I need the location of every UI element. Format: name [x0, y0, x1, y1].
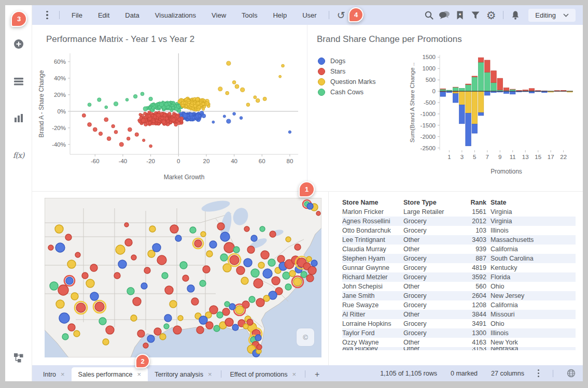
- legend-item-stars[interactable]: Stars: [318, 66, 376, 77]
- visualization-types-button[interactable]: [5, 109, 32, 127]
- svg-text:-1500: -1500: [421, 122, 436, 128]
- menu-data[interactable]: Data: [117, 11, 147, 19]
- annotation-badge-1[interactable]: 1: [299, 181, 315, 197]
- toolbar-kebab-menu[interactable]: [39, 8, 55, 22]
- toolbar-divider: [503, 11, 503, 19]
- globe-icon[interactable]: [567, 369, 576, 378]
- table-cell: Grocery: [403, 320, 461, 327]
- us-map[interactable]: [45, 198, 321, 357]
- svg-text:60: 60: [259, 158, 265, 164]
- svg-text:7: 7: [486, 154, 489, 160]
- table-cell: Store Name: [342, 199, 403, 206]
- tab-sales-performance[interactable]: Sales performance×: [72, 367, 148, 381]
- data-functions-button[interactable]: f(x): [5, 147, 32, 164]
- table-cell: 3153: [461, 347, 491, 350]
- menu-view[interactable]: View: [204, 11, 234, 19]
- undo-button[interactable]: ↺: [333, 8, 349, 22]
- legend-item-question-marks[interactable]: Question Marks: [318, 77, 376, 87]
- table-row[interactable]: Richard MetzlerGrocery3592Florida: [342, 272, 576, 282]
- data-canvas-button[interactable]: [5, 349, 32, 367]
- table-cell: Agnes Rossellini: [342, 218, 403, 225]
- status-kebab-menu[interactable]: [538, 369, 539, 377]
- scatter-plot-panel[interactable]: Performance Matrix - Year 1 vs Year 2 60…: [32, 25, 307, 192]
- fx-icon: f(x): [13, 151, 24, 160]
- table-row[interactable]: Stephen HyamGrocery887South Carolina: [342, 254, 576, 263]
- svg-text:11: 11: [510, 154, 516, 160]
- table-cell: Florida: [491, 274, 568, 281]
- add-page-button[interactable]: +: [307, 367, 327, 381]
- svg-text:20%: 20%: [54, 92, 66, 98]
- menu-edit[interactable]: Edit: [90, 11, 117, 19]
- svg-text:Sum(Brand A Share Change ..: Sum(Brand A Share Change ..: [409, 63, 415, 143]
- table-cell: State: [491, 199, 568, 206]
- filters-button[interactable]: [468, 8, 483, 22]
- annotation-badge-4[interactable]: 4: [348, 7, 363, 22]
- tab-close-icon[interactable]: ×: [61, 370, 65, 378]
- table-cell: Nebraska: [491, 347, 568, 350]
- svg-text:-20: -20: [146, 158, 155, 164]
- table-row[interactable]: Taylor FordGrocery1300Illinois: [342, 328, 576, 338]
- bookmarks-button[interactable]: ★: [452, 8, 468, 22]
- menu-visualizations[interactable]: Visualizations: [147, 11, 204, 19]
- table-cell: Illinois: [491, 227, 568, 234]
- table-row[interactable]: Jane SmithGrocery2604New Jersey: [342, 291, 576, 300]
- menu-user[interactable]: User: [295, 11, 324, 19]
- data-in-analysis-button[interactable]: [5, 73, 32, 90]
- tab-intro[interactable]: Intro×: [36, 367, 72, 381]
- table-cell: Other: [403, 246, 461, 253]
- comments-icon: [439, 10, 450, 20]
- table-row[interactable]: Agnes RosselliniGrocery2012Virginia: [342, 217, 576, 226]
- table-cell: 3844: [461, 311, 491, 318]
- svg-text:1: 1: [447, 154, 451, 160]
- tab-territory-analysis[interactable]: Territory analysis×: [148, 367, 218, 381]
- table-cell: Stephen Hyam: [342, 255, 403, 262]
- annotation-badge-2[interactable]: 2: [135, 354, 150, 368]
- map-chart-panel[interactable]: ©: [32, 192, 329, 365]
- add-visualization-button[interactable]: [5, 35, 32, 53]
- menu-bar: FileEditDataVisualizationsViewToolsHelpU…: [64, 11, 325, 19]
- menu-file[interactable]: File: [64, 11, 90, 19]
- legend-item-cash-cows[interactable]: Cash Cows: [318, 87, 376, 97]
- mode-dropdown[interactable]: Editing: [528, 9, 576, 22]
- application-window: f(x) FileEditDataVisualizationsViewTools…: [5, 5, 583, 381]
- table-panel[interactable]: Store NameStore TypeRankStateMarlon Fric…: [329, 192, 583, 365]
- table-cell: California: [491, 246, 568, 253]
- tab-label: Territory analysis: [155, 371, 203, 378]
- menu-help[interactable]: Help: [265, 11, 295, 19]
- comments-button[interactable]: [437, 8, 452, 22]
- legend-item-dogs[interactable]: Dogs: [318, 56, 376, 66]
- notifications-button[interactable]: [508, 8, 523, 22]
- table-row[interactable]: Claudia MurrayOther939California: [342, 245, 576, 254]
- tab-effect-of-promotions[interactable]: Effect of promotions×: [223, 367, 303, 381]
- table-cell: South Carolina: [491, 255, 568, 262]
- table-row[interactable]: Lorraine HopkinsGrocery3491Ohio: [342, 319, 576, 328]
- table-row[interactable]: Marlon FrickerLarge Retailer1561Virginia: [342, 207, 576, 217]
- bar-chart-panel[interactable]: Brand Share Change per Promotions DogsSt…: [307, 25, 583, 192]
- table-cell: Rank: [461, 199, 491, 206]
- tab-close-icon[interactable]: ×: [137, 370, 142, 378]
- search-button[interactable]: [421, 8, 437, 22]
- table-row[interactable]: Rue SwayzeGrocery1208California: [342, 300, 576, 310]
- bar-chart[interactable]: 150010005000-500-1000-1500-2000-25001357…: [307, 25, 583, 192]
- annotation-badge-3[interactable]: 3: [11, 11, 27, 27]
- table-row[interactable]: Lee TrintignantOther3403Massachusetts: [342, 235, 576, 245]
- settings-button[interactable]: ⚙: [483, 8, 499, 22]
- table-row[interactable]: Ozzy WayneOther4163New York: [342, 338, 576, 347]
- tab-close-icon[interactable]: ×: [292, 370, 296, 378]
- table-row[interactable]: John SchepisiOther560Ohio: [342, 282, 576, 291]
- tab-close-icon[interactable]: ×: [208, 370, 212, 378]
- table-row[interactable]: Gunnar GwynneGrocery4819Kentucky: [342, 263, 576, 272]
- table-cell: Lee Trintignant: [342, 236, 403, 243]
- map-chart[interactable]: ©: [45, 198, 321, 357]
- svg-text:Market Growth: Market Growth: [164, 174, 205, 181]
- table-row[interactable]: Al RitterOther3844Missouri: [342, 310, 576, 319]
- svg-text:20: 20: [203, 158, 210, 164]
- svg-text:0: 0: [432, 88, 436, 94]
- menu-tools[interactable]: Tools: [234, 11, 265, 19]
- map-attribution-button[interactable]: ©: [297, 328, 314, 346]
- table-cell: 3491: [461, 320, 491, 327]
- table-cell: Rue Swayze: [342, 301, 403, 309]
- scatter-plot[interactable]: 60%40%20%0%-20%-40%-60-40-20020406080Bra…: [32, 25, 307, 192]
- table-row[interactable]: Otto BondarchukGrocery103Illinois: [342, 226, 576, 235]
- table-row-clipped[interactable]: Ava BuckleyOther3153Nebraska: [342, 347, 576, 350]
